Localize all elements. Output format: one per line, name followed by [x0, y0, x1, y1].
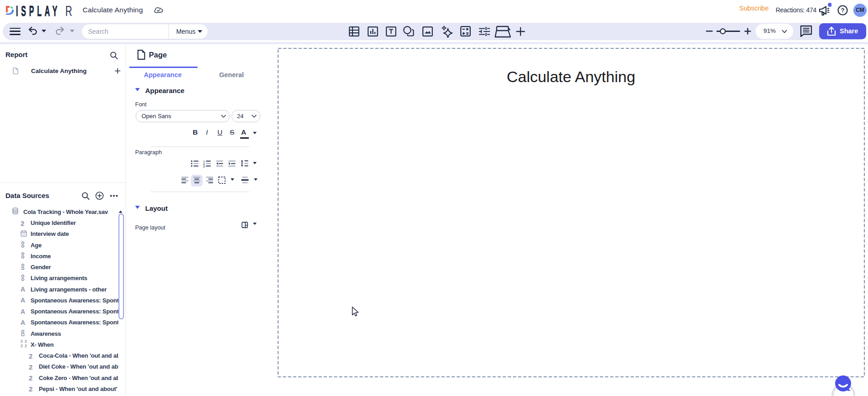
svg-text:3: 3 — [203, 165, 205, 167]
svg-text:?: ? — [841, 7, 845, 14]
